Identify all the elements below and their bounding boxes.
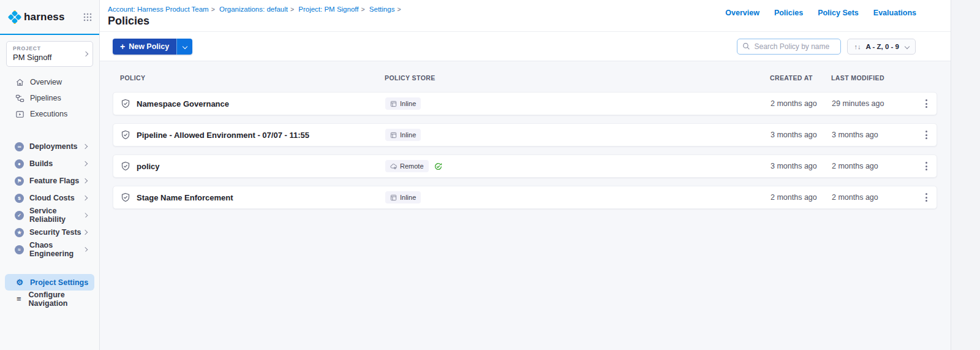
sidebar-item-label: Overview bbox=[30, 78, 62, 86]
brand-name: harness bbox=[24, 11, 65, 23]
table-row[interactable]: Namespace Governance Inline 2 months ago… bbox=[113, 92, 937, 115]
file-icon bbox=[390, 132, 397, 139]
search-icon bbox=[742, 42, 750, 50]
nav-link-policy-sets[interactable]: Policy Sets bbox=[818, 9, 859, 31]
chaos-engineering-icon: ≈ bbox=[15, 245, 24, 254]
chevron-right-icon bbox=[83, 230, 88, 235]
sort-dropdown[interactable]: ↑↓ A - Z, 0 - 9 bbox=[847, 39, 916, 55]
executions-icon bbox=[15, 109, 24, 119]
chevron-right-icon bbox=[83, 144, 88, 149]
sidebar-item-label: Security Tests bbox=[29, 228, 81, 237]
sidebar-item-builds[interactable]: ● Builds bbox=[0, 155, 99, 172]
sidebar-item-overview[interactable]: Overview bbox=[0, 74, 99, 90]
chevron-right-icon bbox=[83, 161, 88, 166]
cloud-icon bbox=[390, 163, 397, 170]
breadcrumb-settings-link[interactable]: Settings bbox=[369, 6, 395, 13]
project-label: PROJECT bbox=[13, 45, 84, 51]
nav-link-overview[interactable]: Overview bbox=[725, 9, 760, 31]
sidebar-item-pipelines[interactable]: Pipelines bbox=[0, 90, 99, 106]
sidebar-item-feature-flags[interactable]: ⚑ Feature Flags bbox=[0, 172, 99, 189]
breadcrumb-org-link[interactable]: Organizations: default bbox=[219, 6, 288, 13]
column-header-created-at: CREATED AT bbox=[770, 74, 831, 82]
home-icon bbox=[15, 77, 24, 87]
policies-table: POLICY POLICY STORE CREATED AT LAST MODI… bbox=[100, 61, 951, 350]
created-at: 3 months ago bbox=[771, 162, 832, 170]
policy-name: Stage Name Enforcement bbox=[137, 193, 233, 202]
row-menu-button[interactable] bbox=[919, 159, 933, 173]
sidebar-item-configure-navigation[interactable]: ≡ Configure Navigation bbox=[5, 291, 94, 307]
chevron-right-icon bbox=[83, 178, 88, 183]
builds-icon: ● bbox=[15, 159, 24, 169]
breadcrumb: Account: Harness Product Team> Organizat… bbox=[108, 6, 404, 13]
sort-label: A - Z, 0 - 9 bbox=[865, 43, 899, 50]
sidebar-item-project-settings[interactable]: ⚙ Project Settings bbox=[5, 274, 94, 291]
created-at: 3 months ago bbox=[771, 131, 832, 139]
chevron-down-icon bbox=[905, 44, 910, 48]
app-launcher-icon[interactable] bbox=[83, 13, 92, 21]
chevron-right-icon bbox=[83, 51, 88, 56]
main-panel: Account: Harness Product Team> Organizat… bbox=[100, 0, 951, 350]
project-selector[interactable]: PROJECT PM Signoff bbox=[6, 41, 93, 67]
toolbar: + New Policy ↑↓ A - Z, 0 - 9 bbox=[100, 32, 951, 61]
table-row[interactable]: Stage Name Enforcement Inline 2 months a… bbox=[113, 186, 937, 209]
breadcrumb-separator: > bbox=[361, 6, 365, 13]
search-input[interactable] bbox=[754, 42, 835, 51]
column-header-policy-store: POLICY STORE bbox=[385, 74, 770, 82]
sidebar-item-label: Deployments bbox=[29, 142, 78, 151]
store-label: Inline bbox=[400, 194, 416, 201]
sidebar-item-deployments[interactable]: ∞ Deployments bbox=[0, 138, 99, 155]
breadcrumb-project-link[interactable]: Project: PM Signoff bbox=[298, 6, 358, 13]
nav-link-policies[interactable]: Policies bbox=[774, 9, 803, 31]
row-menu-button[interactable] bbox=[919, 190, 933, 205]
service-reliability-icon: ✓ bbox=[15, 211, 24, 220]
pipelines-icon bbox=[15, 93, 24, 103]
security-tests-icon: ★ bbox=[15, 228, 24, 237]
store-badge: Inline bbox=[385, 97, 421, 110]
row-menu-button[interactable] bbox=[919, 96, 933, 111]
store-label: Inline bbox=[400, 100, 416, 107]
deployments-icon: ∞ bbox=[15, 142, 24, 151]
new-policy-split-button: + New Policy bbox=[113, 39, 192, 55]
sidebar-gap bbox=[0, 122, 99, 138]
breadcrumb-separator: > bbox=[397, 6, 401, 13]
last-modified: 2 months ago bbox=[832, 162, 914, 170]
gear-icon: ⚙ bbox=[15, 278, 24, 287]
sidebar-item-executions[interactable]: Executions bbox=[0, 106, 99, 122]
sidebar-item-service-reliability[interactable]: ✓ Service Reliability bbox=[0, 207, 99, 224]
policy-name: policy bbox=[137, 162, 160, 171]
plus-icon: + bbox=[120, 42, 125, 51]
sidebar-item-label: Project Settings bbox=[30, 278, 88, 287]
harness-logo-icon bbox=[8, 10, 21, 24]
page-title: Policies bbox=[108, 15, 404, 28]
breadcrumb-separator: > bbox=[290, 6, 294, 13]
created-at: 2 months ago bbox=[771, 99, 832, 108]
sidebar-item-label: Feature Flags bbox=[29, 177, 79, 185]
last-modified: 3 months ago bbox=[832, 131, 914, 139]
search-box bbox=[737, 39, 841, 55]
nav-link-evaluations[interactable]: Evaluations bbox=[873, 9, 916, 31]
page-header: Account: Harness Product Team> Organizat… bbox=[100, 0, 951, 32]
store-label: Remote bbox=[400, 162, 424, 170]
sidebar-item-cloud-costs[interactable]: $ Cloud Costs bbox=[0, 189, 99, 207]
sidebar-gap bbox=[0, 258, 99, 274]
file-icon bbox=[390, 194, 397, 201]
table-row[interactable]: policy Remote bbox=[113, 154, 937, 178]
header-nav: Overview Policies Policy Sets Evaluation… bbox=[725, 9, 916, 31]
row-menu-button[interactable] bbox=[919, 127, 933, 142]
table-header-row: POLICY POLICY STORE CREATED AT LAST MODI… bbox=[113, 74, 937, 82]
new-policy-dropdown-button[interactable] bbox=[176, 39, 192, 55]
logo-row: harness bbox=[0, 0, 99, 35]
breadcrumb-account-link[interactable]: Account: Harness Product Team bbox=[108, 6, 209, 13]
chevron-down-icon bbox=[182, 44, 187, 48]
column-header-policy: POLICY bbox=[120, 74, 385, 82]
table-row[interactable]: Pipeline - Allowed Environment - 07/07 -… bbox=[113, 123, 937, 146]
chevron-right-icon bbox=[83, 196, 88, 200]
store-badge: Inline bbox=[385, 191, 421, 204]
new-policy-button[interactable]: + New Policy bbox=[113, 39, 176, 55]
store-badge: Remote bbox=[385, 160, 429, 172]
feature-flags-icon: ⚑ bbox=[15, 177, 24, 186]
sidebar-item-security-tests[interactable]: ★ Security Tests bbox=[0, 224, 99, 241]
sidebar-item-chaos-engineering[interactable]: ≈ Chaos Engineering bbox=[0, 241, 99, 258]
store-label: Inline bbox=[400, 131, 416, 139]
store-badge: Inline bbox=[385, 129, 421, 141]
